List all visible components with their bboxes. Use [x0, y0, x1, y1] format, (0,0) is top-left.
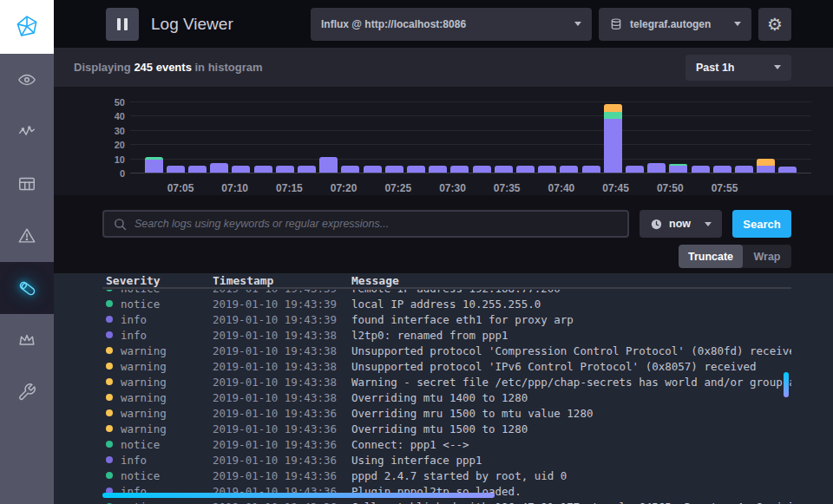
severity-dot — [106, 300, 113, 307]
wrap-toggle[interactable]: Wrap — [743, 245, 791, 268]
settings-button[interactable]: ⚙ — [758, 8, 791, 41]
sidebar-item-admin[interactable] — [0, 314, 54, 366]
source-dropdown[interactable]: Influx @ http://localhost:8086 — [311, 8, 592, 41]
message-cell: pppd 2.4.7 started by root, uid 0 — [351, 469, 791, 482]
table-row[interactable]: notice2019-01-10 19:43:39remote IP addre… — [102, 290, 791, 296]
horizontal-scrollbar[interactable] — [102, 493, 495, 498]
severity-label: notice — [121, 298, 160, 311]
histogram-bar — [188, 166, 207, 173]
histogram-section: 0102030405007:0507:1007:1507:2007:2507:3… — [54, 87, 833, 195]
table-row[interactable]: info2019-01-10 19:43:36Using interface p… — [102, 452, 791, 468]
x-axis-tick: 07:05 — [154, 182, 207, 194]
crown-icon — [17, 331, 36, 350]
severity-label: warning — [121, 376, 167, 389]
sidebar-item-configuration[interactable] — [0, 366, 54, 418]
x-axis-tick: 07:30 — [427, 182, 479, 194]
vertical-scrollbar[interactable] — [784, 372, 789, 397]
wrench-icon — [17, 383, 36, 402]
histogram-bar — [210, 163, 228, 173]
table-row[interactable]: notice2019-01-10 19:43:39local IP addres… — [102, 296, 791, 311]
table-row[interactable]: info2019-01-10 19:43:38l2tp0: renamed fr… — [102, 327, 791, 343]
table-row[interactable]: notice2019-01-10 19:43:36pppd 2.4.7 star… — [102, 468, 791, 483]
histogram-bar — [778, 167, 797, 173]
histogram-bar — [319, 157, 338, 173]
x-axis-tick: 07:10 — [209, 182, 261, 194]
timestamp-cell: 2019-01-10 19:43:38 — [213, 344, 351, 357]
timestamp-column-header: Timestamp — [213, 274, 351, 287]
database-dropdown-label: telegraf.autogen — [630, 18, 711, 30]
x-axis-tick: 07:20 — [318, 182, 370, 194]
event-count: 245 events — [134, 61, 192, 74]
table-row[interactable]: warning2019-01-10 19:43:36Overriding mru… — [102, 405, 791, 421]
histogram-plot[interactable]: 0102030405007:0507:1007:1507:2007:2507:3… — [130, 102, 811, 173]
time-range-dropdown[interactable]: Past 1h — [685, 55, 791, 81]
y-axis-tick: 40 — [87, 111, 125, 121]
chronograf-logo[interactable] — [0, 0, 54, 54]
sidebar-item-alerting[interactable] — [0, 210, 54, 262]
sidebar — [0, 0, 54, 504]
histogram-bar — [647, 163, 666, 173]
sidebar-item-data-explorer[interactable] — [0, 106, 54, 158]
table-row[interactable]: notice2019-01-10 19:43:36Connect: ppp1 <… — [102, 436, 791, 452]
log-rows: notice2019-01-10 19:43:39remote IP addre… — [102, 290, 791, 504]
time-range-label: Past 1h — [696, 62, 734, 74]
chronograf-logo-icon — [14, 14, 40, 40]
severity-label: warning — [121, 407, 167, 420]
timestamp-cell: 2019-01-10 19:43:36 — [213, 469, 351, 482]
table-row[interactable]: warning2019-01-10 19:43:38Unsupported pr… — [102, 343, 791, 358]
message-cell: Overriding mtu 1500 to 1280 — [351, 422, 791, 435]
table-row[interactable]: warning2019-01-10 19:43:38Warning - secr… — [102, 374, 791, 389]
severity-label: warning — [121, 344, 167, 357]
message-cell: Overriding mtu 1400 to 1280 — [351, 391, 791, 404]
chevron-down-icon — [734, 22, 741, 26]
graph-pulse-icon — [17, 122, 36, 141]
histogram-bar — [232, 166, 250, 173]
database-dropdown[interactable]: telegraf.autogen — [599, 8, 751, 41]
search-section: now Search Truncate Wrap — [54, 195, 833, 273]
histogram-bar — [692, 166, 710, 173]
search-input[interactable] — [134, 218, 619, 230]
timestamp-cell: 2019-01-10 19:43:36 — [213, 422, 351, 435]
x-axis-tick: 07:55 — [699, 182, 751, 194]
sidebar-item-dashboards[interactable] — [0, 158, 54, 210]
histogram-bar — [495, 166, 513, 173]
histogram-bar — [604, 104, 622, 173]
sidebar-item-host-list[interactable] — [0, 54, 54, 106]
timestamp-cell: 2019-01-10 19:43:36 — [213, 438, 351, 451]
table-row[interactable]: warning2019-01-10 19:43:38Overriding mtu… — [102, 389, 791, 405]
search-time-dropdown[interactable]: now — [640, 210, 722, 238]
severity-label: notice — [121, 501, 160, 504]
timestamp-cell: 2019-01-10 19:43:36 — [213, 454, 351, 467]
truncate-toggle[interactable]: Truncate — [679, 245, 743, 268]
severity-dot — [106, 394, 113, 401]
pause-button[interactable] — [106, 8, 139, 41]
severity-dot — [106, 472, 113, 479]
y-axis-tick: 20 — [87, 140, 125, 150]
histogram-bar — [364, 166, 382, 173]
histogram-bar — [626, 166, 644, 173]
histogram-bar — [276, 166, 294, 173]
table-row[interactable]: notice2019-01-10 19:43:36Call establishe… — [102, 499, 791, 504]
histogram-bar — [735, 166, 753, 173]
x-axis-tick: 07:45 — [590, 182, 642, 194]
message-cell: found interface eth1 for proxy arp — [351, 313, 791, 326]
y-axis-tick: 10 — [87, 154, 125, 165]
search-button[interactable]: Search — [732, 210, 791, 238]
displaying-label: Displaying — [74, 61, 131, 74]
message-cell: Call established with 186.47.81.177, Loc… — [351, 501, 791, 504]
table-row[interactable]: warning2019-01-10 19:43:36Overriding mtu… — [102, 421, 791, 436]
timestamp-cell: 2019-01-10 19:43:39 — [213, 313, 351, 326]
alert-triangle-icon — [17, 226, 36, 245]
sidebar-item-log-viewer[interactable] — [0, 262, 54, 314]
histogram-bar — [385, 166, 403, 173]
eye-icon — [17, 70, 36, 89]
page-title: Log Viewer — [151, 15, 233, 34]
table-row[interactable]: warning2019-01-10 19:43:38Unsupported pr… — [102, 358, 791, 374]
severity-dot — [106, 378, 113, 385]
truncate-wrap-toggle: Truncate Wrap — [679, 245, 791, 268]
table-row[interactable]: info2019-01-10 19:43:39found interface e… — [102, 311, 791, 327]
histogram-bar — [167, 166, 185, 173]
severity-dot — [106, 425, 113, 432]
histogram-bar — [560, 166, 578, 173]
clock-icon — [650, 218, 663, 231]
